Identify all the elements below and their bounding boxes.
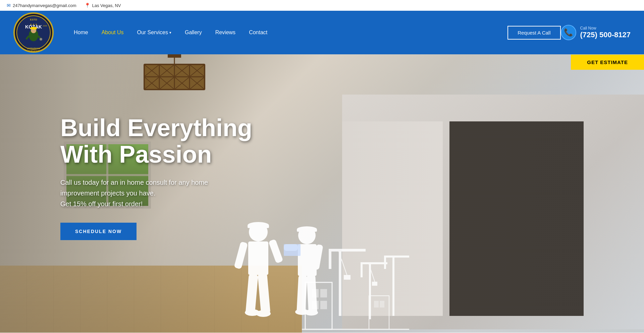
svg-rect-81 — [374, 301, 379, 308]
nav-services[interactable]: Our Services ▾ — [137, 30, 171, 36]
svg-rect-75 — [372, 282, 377, 286]
svg-rect-11 — [30, 28, 37, 29]
svg-text:SERVICES: SERVICES — [28, 50, 40, 52]
email-icon: ✉ — [7, 3, 11, 8]
svg-rect-80 — [369, 296, 389, 329]
nav-about[interactable]: About Us — [102, 30, 124, 36]
top-bar: ✉ 247handymanvegas@gmail.com 📍 Las Vegas… — [0, 0, 644, 11]
svg-text:★ ★ ★: ★ ★ ★ — [30, 23, 37, 25]
svg-rect-56 — [284, 244, 301, 256]
svg-rect-76 — [392, 256, 394, 316]
nav-gallery[interactable]: Gallery — [185, 30, 202, 36]
svg-rect-43 — [248, 241, 268, 275]
location-contact: 📍 Las Vegas, NV — [85, 3, 121, 8]
schedule-now-button[interactable]: SCHEDULE NOW — [60, 223, 137, 240]
hero-content: Build Everything With Passion Call us to… — [60, 115, 252, 240]
phone-icon: 📞 — [564, 28, 573, 37]
svg-rect-58 — [307, 275, 317, 314]
svg-text:UKRAINIAN: UKRAINIAN — [27, 47, 40, 50]
chevron-down-icon: ▾ — [169, 31, 171, 35]
svg-rect-78 — [384, 256, 386, 269]
svg-point-14 — [40, 38, 42, 41]
svg-rect-46 — [246, 274, 258, 315]
svg-point-60 — [305, 310, 318, 316]
logo[interactable]: ESTD UKRAINIAN SERVICES KOZAK ★ ★ ★ 2009 — [13, 12, 54, 53]
phone-number[interactable]: (725) 500-8127 — [580, 31, 631, 39]
nav-contact[interactable]: Contact — [249, 30, 267, 36]
svg-rect-47 — [258, 273, 270, 314]
hero-title: Build Everything With Passion — [60, 115, 252, 168]
svg-rect-73 — [361, 262, 363, 277]
location-icon: 📍 — [85, 3, 90, 8]
site-header: ESTD UKRAINIAN SERVICES KOZAK ★ ★ ★ 2009… — [0, 11, 644, 54]
location-text: Las Vegas, NV — [92, 3, 121, 8]
svg-text:ESTD: ESTD — [30, 18, 37, 21]
call-section: 📞 Call Now (725) 500-8127 — [561, 25, 631, 40]
call-info: Call Now (725) 500-8127 — [580, 26, 631, 39]
svg-rect-82 — [380, 301, 384, 308]
svg-rect-57 — [297, 275, 307, 314]
hero-section: Build Everything With Passion Call us to… — [0, 54, 644, 333]
chandelier — [131, 54, 218, 101]
phone-icon-circle[interactable]: 📞 — [561, 25, 576, 40]
svg-rect-17 — [168, 54, 181, 58]
nav-reviews[interactable]: Reviews — [215, 30, 235, 36]
svg-text:2009: 2009 — [43, 25, 47, 27]
call-now-label: Call Now — [580, 26, 631, 31]
svg-rect-45 — [268, 239, 283, 263]
hero-subtitle: Call us today for an in home consult for… — [60, 177, 235, 209]
svg-rect-52 — [297, 229, 317, 232]
main-nav: Home About Us Our Services ▾ Gallery Rev… — [74, 30, 487, 36]
svg-rect-53 — [298, 244, 317, 276]
request-call-button[interactable]: Request A Call — [507, 26, 560, 40]
svg-rect-72 — [361, 262, 387, 264]
get-estimate-button[interactable]: GET ESTIMATE — [571, 55, 644, 70]
svg-point-49 — [256, 310, 271, 317]
svg-rect-44 — [234, 241, 248, 269]
svg-rect-77 — [384, 256, 409, 258]
email-text: 247handymanvegas@gmail.com — [13, 3, 76, 8]
nav-home[interactable]: Home — [74, 30, 88, 36]
email-contact[interactable]: ✉ 247handymanvegas@gmail.com — [7, 3, 76, 8]
